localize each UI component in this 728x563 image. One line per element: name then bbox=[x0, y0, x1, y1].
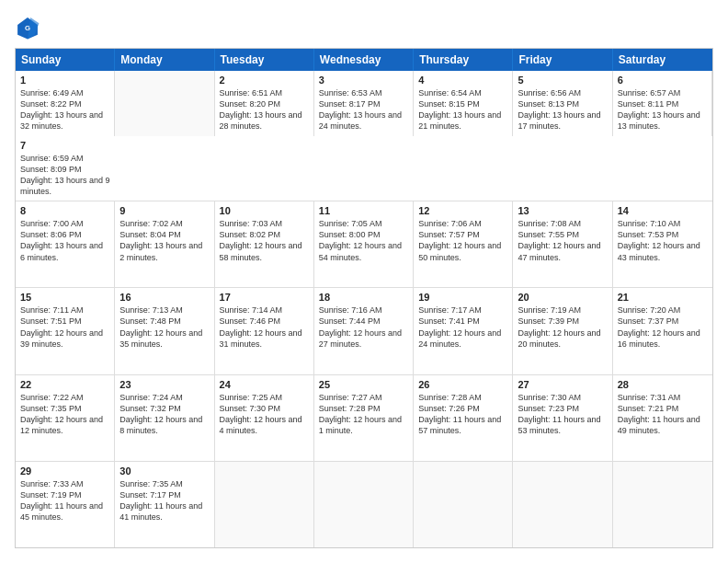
calendar-row-0: 1Sunrise: 6:49 AM Sunset: 8:22 PM Daylig… bbox=[16, 71, 712, 201]
header-day-sunday: Sunday bbox=[16, 49, 115, 71]
day-number: 24 bbox=[220, 379, 309, 390]
day-info: Sunrise: 7:17 AM Sunset: 7:41 PM Dayligh… bbox=[418, 304, 507, 350]
empty-cell-4-6 bbox=[613, 462, 712, 547]
day-number: 18 bbox=[319, 292, 408, 303]
header-day-monday: Monday bbox=[115, 49, 214, 71]
header-day-thursday: Thursday bbox=[414, 49, 513, 71]
day-number: 2 bbox=[220, 75, 309, 86]
day-info: Sunrise: 7:11 AM Sunset: 7:51 PM Dayligh… bbox=[20, 304, 109, 350]
day-number: 27 bbox=[518, 379, 607, 390]
day-cell-1: 1Sunrise: 6:49 AM Sunset: 8:22 PM Daylig… bbox=[16, 71, 115, 136]
day-number: 17 bbox=[220, 292, 309, 303]
day-info: Sunrise: 7:13 AM Sunset: 7:48 PM Dayligh… bbox=[119, 304, 209, 350]
calendar-row-2: 15Sunrise: 7:11 AM Sunset: 7:51 PM Dayli… bbox=[16, 288, 712, 374]
day-number: 4 bbox=[418, 75, 507, 86]
day-number: 15 bbox=[20, 292, 109, 303]
calendar-body: 1Sunrise: 6:49 AM Sunset: 8:22 PM Daylig… bbox=[16, 71, 712, 547]
day-cell-10: 10Sunrise: 7:03 AM Sunset: 8:02 PM Dayli… bbox=[215, 201, 314, 287]
day-cell-18: 18Sunrise: 7:16 AM Sunset: 7:44 PM Dayli… bbox=[314, 288, 414, 373]
day-cell-13: 13Sunrise: 7:08 AM Sunset: 7:55 PM Dayli… bbox=[513, 201, 612, 287]
day-info: Sunrise: 7:14 AM Sunset: 7:46 PM Dayligh… bbox=[220, 304, 309, 350]
day-cell-8: 8Sunrise: 7:00 AM Sunset: 8:06 PM Daylig… bbox=[16, 201, 115, 287]
day-info: Sunrise: 7:05 AM Sunset: 8:00 PM Dayligh… bbox=[319, 218, 408, 263]
day-number: 9 bbox=[119, 205, 209, 216]
day-number: 7 bbox=[20, 140, 110, 151]
day-number: 22 bbox=[20, 379, 109, 390]
day-info: Sunrise: 7:19 AM Sunset: 7:39 PM Dayligh… bbox=[518, 304, 607, 350]
day-info: Sunrise: 6:57 AM Sunset: 8:11 PM Dayligh… bbox=[618, 87, 707, 132]
day-cell-14: 14Sunrise: 7:10 AM Sunset: 7:53 PM Dayli… bbox=[613, 201, 712, 287]
day-info: Sunrise: 7:16 AM Sunset: 7:44 PM Dayligh… bbox=[319, 304, 408, 350]
day-number: 13 bbox=[518, 205, 607, 216]
day-number: 19 bbox=[418, 292, 507, 303]
day-cell-2: 2Sunrise: 6:51 AM Sunset: 8:20 PM Daylig… bbox=[215, 71, 314, 136]
day-cell-7: 7Sunrise: 6:59 AM Sunset: 8:09 PM Daylig… bbox=[16, 136, 115, 201]
day-info: Sunrise: 6:53 AM Sunset: 8:17 PM Dayligh… bbox=[319, 87, 408, 132]
logo-icon: G bbox=[15, 15, 40, 40]
day-number: 14 bbox=[618, 205, 708, 216]
day-cell-21: 21Sunrise: 7:20 AM Sunset: 7:37 PM Dayli… bbox=[613, 288, 712, 373]
day-info: Sunrise: 7:03 AM Sunset: 8:02 PM Dayligh… bbox=[220, 218, 309, 263]
day-info: Sunrise: 6:51 AM Sunset: 8:20 PM Dayligh… bbox=[220, 87, 309, 132]
day-info: Sunrise: 7:22 AM Sunset: 7:35 PM Dayligh… bbox=[20, 392, 109, 437]
day-cell-15: 15Sunrise: 7:11 AM Sunset: 7:51 PM Dayli… bbox=[16, 288, 115, 373]
empty-cell-4-4 bbox=[414, 462, 513, 547]
empty-cell-4-5 bbox=[513, 462, 612, 547]
calendar-row-1: 8Sunrise: 7:00 AM Sunset: 8:06 PM Daylig… bbox=[16, 201, 712, 288]
day-number: 16 bbox=[119, 292, 209, 303]
day-number: 26 bbox=[418, 379, 507, 390]
empty-cell-0-1 bbox=[115, 71, 214, 136]
day-info: Sunrise: 7:10 AM Sunset: 7:53 PM Dayligh… bbox=[618, 218, 708, 263]
logo: G bbox=[15, 15, 44, 40]
day-cell-17: 17Sunrise: 7:14 AM Sunset: 7:46 PM Dayli… bbox=[215, 288, 314, 373]
day-info: Sunrise: 7:25 AM Sunset: 7:30 PM Dayligh… bbox=[220, 392, 309, 437]
empty-cell-4-2 bbox=[215, 462, 314, 547]
day-cell-27: 27Sunrise: 7:30 AM Sunset: 7:23 PM Dayli… bbox=[513, 375, 612, 461]
day-info: Sunrise: 6:49 AM Sunset: 8:22 PM Dayligh… bbox=[20, 87, 109, 132]
day-number: 10 bbox=[220, 205, 309, 216]
day-cell-16: 16Sunrise: 7:13 AM Sunset: 7:48 PM Dayli… bbox=[115, 288, 214, 373]
day-cell-26: 26Sunrise: 7:28 AM Sunset: 7:26 PM Dayli… bbox=[414, 375, 513, 461]
day-info: Sunrise: 7:27 AM Sunset: 7:28 PM Dayligh… bbox=[319, 392, 408, 437]
day-number: 20 bbox=[518, 292, 607, 303]
day-info: Sunrise: 7:00 AM Sunset: 8:06 PM Dayligh… bbox=[20, 218, 109, 263]
calendar-header: SundayMondayTuesdayWednesdayThursdayFrid… bbox=[16, 49, 712, 71]
day-cell-9: 9Sunrise: 7:02 AM Sunset: 8:04 PM Daylig… bbox=[115, 201, 214, 287]
day-number: 29 bbox=[20, 465, 109, 477]
header: G bbox=[15, 15, 713, 40]
empty-cell-4-3 bbox=[314, 462, 414, 547]
day-info: Sunrise: 6:56 AM Sunset: 8:13 PM Dayligh… bbox=[518, 87, 607, 132]
day-info: Sunrise: 7:24 AM Sunset: 7:32 PM Dayligh… bbox=[119, 392, 209, 437]
day-info: Sunrise: 7:02 AM Sunset: 8:04 PM Dayligh… bbox=[119, 218, 209, 263]
day-number: 3 bbox=[319, 75, 408, 86]
day-info: Sunrise: 6:54 AM Sunset: 8:15 PM Dayligh… bbox=[418, 87, 507, 132]
day-cell-23: 23Sunrise: 7:24 AM Sunset: 7:32 PM Dayli… bbox=[115, 375, 214, 461]
day-info: Sunrise: 7:33 AM Sunset: 7:19 PM Dayligh… bbox=[20, 478, 109, 523]
day-number: 12 bbox=[418, 205, 507, 216]
header-day-saturday: Saturday bbox=[613, 49, 712, 71]
day-cell-28: 28Sunrise: 7:31 AM Sunset: 7:21 PM Dayli… bbox=[613, 375, 712, 461]
day-number: 28 bbox=[618, 379, 708, 390]
day-cell-22: 22Sunrise: 7:22 AM Sunset: 7:35 PM Dayli… bbox=[16, 375, 115, 461]
day-info: Sunrise: 7:28 AM Sunset: 7:26 PM Dayligh… bbox=[418, 392, 507, 437]
day-cell-4: 4Sunrise: 6:54 AM Sunset: 8:15 PM Daylig… bbox=[414, 71, 513, 136]
day-number: 21 bbox=[618, 292, 708, 303]
calendar-row-4: 29Sunrise: 7:33 AM Sunset: 7:19 PM Dayli… bbox=[16, 462, 712, 547]
day-info: Sunrise: 7:31 AM Sunset: 7:21 PM Dayligh… bbox=[618, 392, 708, 437]
day-cell-24: 24Sunrise: 7:25 AM Sunset: 7:30 PM Dayli… bbox=[215, 375, 314, 461]
day-number: 23 bbox=[119, 379, 209, 390]
day-number: 6 bbox=[618, 75, 707, 86]
day-number: 11 bbox=[319, 205, 408, 216]
header-day-friday: Friday bbox=[513, 49, 612, 71]
day-cell-19: 19Sunrise: 7:17 AM Sunset: 7:41 PM Dayli… bbox=[414, 288, 513, 373]
day-info: Sunrise: 6:59 AM Sunset: 8:09 PM Dayligh… bbox=[20, 153, 110, 198]
day-cell-12: 12Sunrise: 7:06 AM Sunset: 7:57 PM Dayli… bbox=[414, 201, 513, 287]
day-cell-11: 11Sunrise: 7:05 AM Sunset: 8:00 PM Dayli… bbox=[314, 201, 414, 287]
day-cell-30: 30Sunrise: 7:35 AM Sunset: 7:17 PM Dayli… bbox=[115, 462, 214, 547]
day-cell-5: 5Sunrise: 6:56 AM Sunset: 8:13 PM Daylig… bbox=[513, 71, 612, 136]
day-cell-25: 25Sunrise: 7:27 AM Sunset: 7:28 PM Dayli… bbox=[314, 375, 414, 461]
day-info: Sunrise: 7:20 AM Sunset: 7:37 PM Dayligh… bbox=[618, 304, 708, 350]
page: G SundayMondayTuesdayWednesdayThursdayFr… bbox=[0, 0, 728, 563]
day-number: 25 bbox=[319, 379, 408, 390]
svg-text:G: G bbox=[25, 24, 30, 32]
